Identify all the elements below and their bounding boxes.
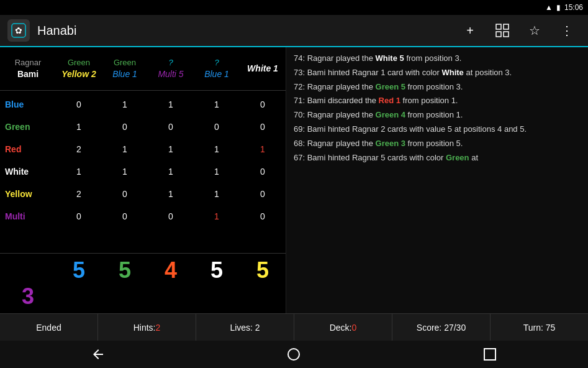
red-val-4: 1 [240,144,286,154]
score-multi: 3 [0,283,56,310]
player-bottom-5: White 1 [240,63,286,75]
log-entry-67: 67: Bami hinted Ragnar 5 cards with colo… [294,152,581,165]
turn-label: Turn: 75 [491,314,588,341]
log-highlight: Green [446,153,469,162]
player-header-2: Green Blue 1 [102,57,148,81]
log-highlight: Green 3 [376,139,405,148]
player-header-1: Green Yellow 2 [56,57,102,81]
home-icon [286,347,301,362]
log-highlight: White [441,68,463,77]
player-bottom-0: Bami [0,68,56,81]
recents-button[interactable] [465,342,515,367]
score-green: 5 [102,257,148,283]
yellow-val-4: 0 [240,189,286,199]
green-val-3: 0 [194,122,240,132]
blue-val-3: 1 [194,99,240,109]
multi-val-3: 1 [194,211,240,221]
player-top-2: Green [102,57,148,68]
log-entry-70: 70: Ragnar played the Green 4 from posit… [294,109,581,122]
player-header-4: ? Blue 1 [194,57,240,81]
log-entry-74: 74: Ragnar played the White 5 from posit… [294,52,581,65]
player-bottom-1: Yellow 2 [56,68,102,81]
more-button[interactable]: ⋮ [553,17,581,44]
color-table: Blue 0 1 1 1 0 Green 1 0 0 0 0 Red 2 1 [0,91,286,253]
svg-point-6 [288,349,299,360]
player-bottom-2: Blue 1 [102,68,148,81]
score-yellow: 5 [240,257,286,283]
player-header-5: White 1 [240,63,286,75]
log-panel: 74: Ragnar played the White 5 from posit… [286,47,588,313]
multi-val-1: 0 [102,211,148,221]
green-val-4: 0 [240,122,286,132]
log-highlight: White 5 [376,53,404,63]
svg-rect-7 [484,349,495,360]
hints-value: 2 [156,323,161,333]
app-title: Hanabi [37,24,456,38]
player-top-4: ? [194,57,240,68]
color-row-white: White 1 1 1 1 0 [0,160,286,183]
log-highlight: Red 1 [379,96,400,105]
hints-label: Hints: 2 [98,314,196,341]
back-button[interactable] [73,342,123,367]
color-label-white: White [0,167,56,177]
recents-icon [482,347,497,362]
log-entry-69: 69: Bami hinted Ragnar 2 cards with valu… [294,123,581,136]
blue-val-2: 1 [148,99,194,109]
score-label: Score: 27/30 [392,314,491,341]
deck-value: 0 [352,323,357,333]
hints-text: Hints: [133,323,156,333]
color-label-green: Green [0,122,56,132]
red-val-3: 1 [194,144,240,154]
green-val-1: 0 [102,122,148,132]
log-entry-68: 68: Ragnar played the Green 3 from posit… [294,137,581,150]
log-highlight: Green 5 [376,82,405,91]
battery-icon: ▮ [556,3,561,12]
grid-icon [495,24,509,37]
score-row: 5 5 4 5 5 3 [0,253,286,313]
multi-val-2: 0 [148,211,194,221]
score-red: 4 [148,257,194,283]
white-val-0: 1 [56,167,102,177]
log-entry-71: 71: Bami discarded the Red 1 from positi… [294,94,581,108]
yellow-val-1: 0 [102,189,148,199]
back-icon [91,347,106,362]
app-icon: ✿ [7,19,30,42]
score-white: 5 [194,257,240,283]
color-label-yellow: Yellow [0,189,56,199]
time-display: 15:06 [564,3,583,12]
color-label-multi: Multi [0,211,56,221]
blue-val-4: 0 [240,99,286,109]
yellow-val-3: 1 [194,189,240,199]
home-button[interactable] [269,342,319,367]
hanabi-icon: ✿ [11,22,27,39]
color-row-yellow: Yellow 2 0 1 1 0 [0,183,286,205]
white-val-1: 1 [102,167,148,177]
blue-val-0: 0 [56,99,102,109]
game-panel: Ragnar Bami Green Yellow 2 Green Blue 1 … [0,47,286,313]
deck-text: Deck: [330,323,352,333]
player-top-0: Ragnar [0,57,56,68]
blue-val-1: 1 [102,99,148,109]
log-entry-72: 72: Ragnar played the Green 5 from posit… [294,81,581,94]
log-entry-73: 73: Bami hinted Ragnar 1 card with color… [294,67,581,80]
log-highlight: Green 4 [376,110,405,119]
player-top-1: Green [56,57,102,68]
add-button[interactable]: + [456,17,484,44]
multi-val-0: 0 [56,211,102,221]
app-actions: + ☆ ⋮ [456,17,581,44]
white-val-2: 1 [148,167,194,177]
star-button[interactable]: ☆ [521,17,548,44]
player-headers: Ragnar Bami Green Yellow 2 Green Blue 1 … [0,47,286,91]
color-row-red: Red 2 1 1 1 1 [0,138,286,160]
ended-label: Ended [0,314,98,341]
wifi-icon: ▲ [545,3,553,12]
bottom-bar: Ended Hints: 2 Lives: 2 Deck: 0 Score: 2… [0,313,588,341]
svg-rect-3 [504,24,509,29]
status-icons: ▲ ▮ 15:06 [545,3,583,12]
svg-text:✿: ✿ [15,25,22,35]
red-val-0: 2 [56,144,102,154]
white-val-4: 0 [240,167,286,177]
grid-button[interactable] [489,17,516,44]
svg-rect-5 [504,32,509,37]
color-label-red: Red [0,144,56,154]
